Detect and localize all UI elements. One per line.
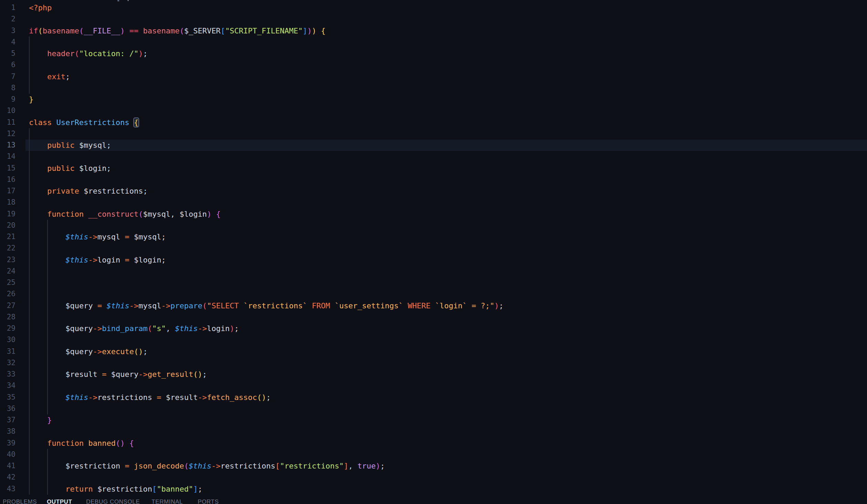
code-line[interactable]: 18 [0,197,867,208]
code-line[interactable]: 42 [0,472,867,483]
code-line[interactable]: 4 [0,37,867,48]
code-token: if [29,27,38,35]
code-line[interactable]: 3if(basename(__FILE__) == basename($_SER… [0,25,867,37]
line-number: 12 [0,128,16,140]
code-line[interactable]: 36 [0,403,867,414]
panel-tab-ports[interactable]: PORTS [198,498,219,504]
panel-tab-output[interactable]: OUTPUT [47,498,72,504]
code-line[interactable]: 21 $this->mysql = $mysql; [0,231,867,243]
code-line[interactable]: 11class UserRestrictions { [0,117,867,128]
code-token: $this [189,462,211,470]
indent-guide [29,449,30,460]
code-text: public $mysql; [29,140,111,151]
code-token: ; [143,49,147,58]
panel-tab-debug-console[interactable]: DEBUG CONSOLE [86,498,140,504]
code-line[interactable]: 6 [0,59,867,71]
clipped-text-artifact [127,0,129,1]
code-token: ; [106,164,111,173]
code-line[interactable]: 24 [0,266,867,277]
panel-tab-problems[interactable]: PROBLEMS [3,498,37,504]
line-number: 1 [0,2,16,13]
code-token: ( [138,210,143,218]
indent-guide [29,243,30,254]
code-line[interactable]: 14 [0,151,867,162]
code-line[interactable]: 41 $restriction = json_decode($this->res… [0,460,867,472]
line-number: 17 [0,185,16,197]
code-line[interactable]: 1<?php [0,2,867,13]
code-line[interactable]: 17 private $restrictions; [0,185,867,197]
code-token: ; [161,256,166,264]
code-token: public [47,164,74,173]
code-line[interactable]: 2 [0,13,867,25]
panel-tab-terminal[interactable]: TERMINAL [152,498,183,504]
code-token: true [358,462,376,470]
code-token: `user_settings` [335,301,403,310]
line-number: 4 [0,37,16,48]
code-line[interactable]: 8 [0,82,867,94]
code-line[interactable]: 10 [0,105,867,116]
code-token: ( [38,27,43,35]
code-line[interactable]: 43 return $restriction["banned"]; [0,483,867,495]
code-line[interactable]: 20 [0,220,867,231]
indent-guide [29,472,30,483]
indent-guide [47,334,48,346]
code-token: $_SERVER [184,27,220,35]
code-token: = [102,370,106,379]
code-text: <?php [29,2,52,13]
code-token: , [166,324,175,333]
code-line[interactable]: 9} [0,94,867,105]
code-line[interactable]: 34 [0,380,867,391]
code-token [129,462,134,470]
line-number: 20 [0,220,16,231]
code-token [239,301,243,310]
code-token: ) [376,462,380,470]
code-line[interactable]: 7 exit; [0,71,867,82]
code-line[interactable]: 39 function banned() { [0,438,867,449]
code-token: $restriction [97,485,152,493]
code-line[interactable]: 40 [0,449,867,460]
code-token [161,393,166,402]
code-token [84,439,88,448]
code-token: } [29,95,33,104]
current-line-highlight [25,140,867,151]
code-line[interactable]: 33 $result = $query->get_result(); [0,369,867,380]
code-line[interactable]: 26 [0,288,867,300]
code-line[interactable]: 28 [0,311,867,323]
code-line[interactable]: 35 $this->restrictions = $result->fetch_… [0,392,867,403]
code-token [29,210,47,218]
code-token: $restrictions [84,187,143,195]
code-line[interactable]: 37 } [0,414,867,426]
code-line[interactable]: 12 [0,128,867,140]
code-line[interactable]: 25 [0,277,867,288]
code-line[interactable]: 19 function __construct($mysql, $login) … [0,208,867,220]
code-line[interactable]: 29 $query->bind_param("s", $this->login)… [0,323,867,334]
code-token: = [157,393,161,402]
indent-guide [47,288,48,300]
code-token: fetch_assoc [207,393,257,402]
code-line[interactable]: 5 header("location: /"); [0,48,867,59]
code-line[interactable]: 16 [0,174,867,185]
code-line[interactable]: 38 [0,426,867,437]
code-token: -> [88,256,97,264]
code-line[interactable]: 15 public $login; [0,163,867,174]
code-line[interactable]: 23 $this->login = $login; [0,254,867,266]
indent-guide [29,82,30,94]
code-text: header("location: /"); [29,48,147,59]
code-token: -> [198,324,207,333]
code-line[interactable]: 32 [0,357,867,369]
code-token: = [125,462,129,470]
code-line[interactable]: 13 public $mysql; [0,140,867,151]
code-line[interactable]: 30 [0,334,867,346]
indent-guide [29,277,30,288]
code-line[interactable]: 31 $query->execute(); [0,346,867,357]
code-text: if(basename(__FILE__) == basename($_SERV… [29,25,326,37]
code-token: ; [143,187,147,195]
code-line[interactable]: 27 $query = $this->mysql->prepare("SELEC… [0,300,867,311]
code-token: -> [161,301,171,310]
code-line[interactable]: 22 [0,243,867,254]
indent-guide [29,174,30,185]
code-token: $login [79,164,106,173]
code-token [29,72,47,81]
line-number: 40 [0,449,16,460]
code-editor[interactable]: 1<?php23if(basename(__FILE__) == basenam… [0,2,867,495]
